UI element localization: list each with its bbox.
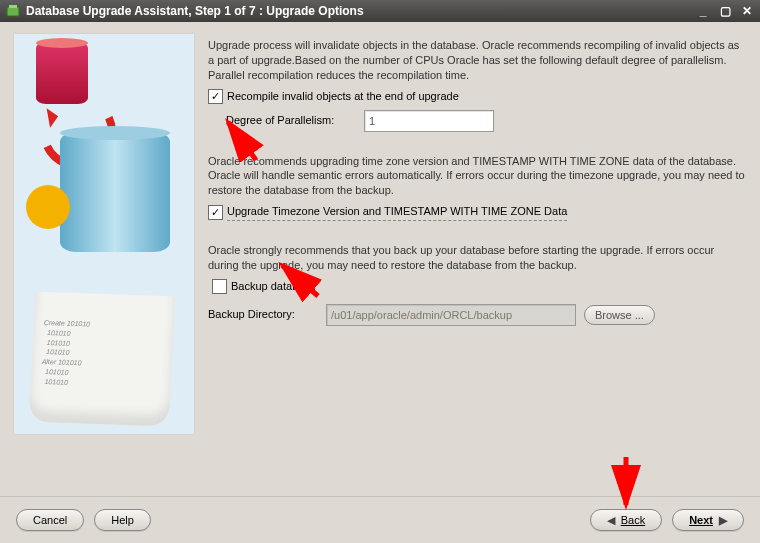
- cancel-button-label: Cancel: [33, 514, 67, 526]
- titlebar: Database Upgrade Assistant, Step 1 of 7 …: [0, 0, 760, 22]
- app-icon: [6, 4, 20, 18]
- close-icon[interactable]: ✕: [740, 4, 754, 18]
- minimize-icon[interactable]: _: [696, 4, 710, 18]
- timezone-checkbox[interactable]: [208, 205, 223, 220]
- svg-rect-0: [7, 7, 19, 16]
- svg-rect-1: [9, 5, 17, 8]
- recompile-checkbox-label: Recompile invalid objects at the end of …: [227, 89, 459, 104]
- timezone-description: Oracle recommends upgrading time zone ve…: [208, 154, 746, 199]
- browse-button[interactable]: Browse ...: [584, 305, 655, 325]
- next-button[interactable]: Next ▶: [672, 509, 744, 531]
- parallelism-input[interactable]: [364, 110, 494, 132]
- parallelism-label: Degree of Parallelism:: [226, 113, 356, 128]
- maximize-icon[interactable]: ▢: [718, 4, 732, 18]
- side-illustration: Create 101010 101010 101010 101010 Alter…: [14, 34, 194, 434]
- timezone-checkbox-label: Upgrade Timezone Version and TIMESTAMP W…: [227, 204, 567, 221]
- window-title: Database Upgrade Assistant, Step 1 of 7 …: [26, 4, 688, 18]
- backup-dir-input: [326, 304, 576, 326]
- chevron-right-icon: ▶: [719, 514, 727, 527]
- cancel-button[interactable]: Cancel: [16, 509, 84, 531]
- backup-checkbox[interactable]: [212, 279, 227, 294]
- backup-checkbox-label: Backup database: [231, 279, 316, 294]
- help-button-label: Help: [111, 514, 134, 526]
- backup-dir-label: Backup Directory:: [208, 307, 318, 322]
- footer: Cancel Help ◀ Back Next ▶: [0, 496, 760, 543]
- next-button-label: Next: [689, 514, 713, 526]
- back-button-label: Back: [621, 514, 645, 526]
- recompile-description: Upgrade process will invalidate objects …: [208, 38, 746, 83]
- scroll-text: Create 101010 101010 101010 101010 Alter…: [29, 292, 175, 417]
- back-button[interactable]: ◀ Back: [590, 509, 662, 531]
- help-button[interactable]: Help: [94, 509, 151, 531]
- recompile-checkbox[interactable]: [208, 89, 223, 104]
- backup-description: Oracle strongly recommends that you back…: [208, 243, 746, 273]
- chevron-left-icon: ◀: [607, 514, 615, 527]
